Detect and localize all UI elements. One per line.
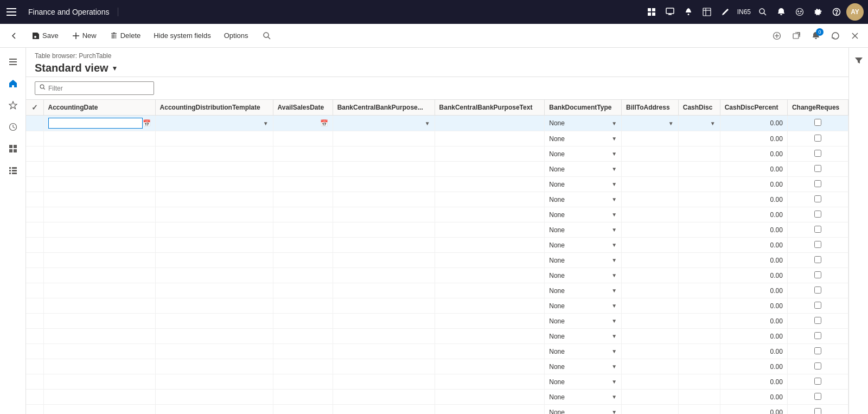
bank-central-purpose-cell[interactable] xyxy=(333,329,435,344)
bill-to-address-cell[interactable] xyxy=(622,359,679,374)
bill-to-address-cell[interactable] xyxy=(622,405,679,415)
cash-disc-cell[interactable] xyxy=(678,177,720,192)
user-avatar[interactable]: AY xyxy=(846,3,864,21)
bank-document-type-cell[interactable]: None▼ xyxy=(545,207,622,222)
bank-document-type-cell[interactable]: None▼ xyxy=(545,238,622,253)
bill-to-address-cell[interactable] xyxy=(622,344,679,359)
accounting-distribution-cell[interactable] xyxy=(155,192,273,207)
change-request-cell[interactable] xyxy=(787,298,848,314)
accounting-date-cell[interactable] xyxy=(43,131,155,147)
avail-sales-date-cell[interactable] xyxy=(273,344,333,359)
delete-button[interactable]: Delete xyxy=(104,27,146,44)
change-request-cell[interactable] xyxy=(787,162,848,177)
cash-disc-cell[interactable] xyxy=(678,207,720,222)
bill-to-address-cell[interactable] xyxy=(622,283,679,298)
avail-sales-date-cell[interactable] xyxy=(273,390,333,405)
bank-central-purpose-text-cell[interactable] xyxy=(435,374,545,390)
new-button[interactable]: New xyxy=(66,27,102,44)
back-button[interactable] xyxy=(4,27,24,44)
change-request-checkbox[interactable] xyxy=(814,226,821,233)
change-request-cell[interactable] xyxy=(787,283,848,298)
bank-central-purpose-text-cell[interactable] xyxy=(435,177,545,192)
accounting-date-cell[interactable] xyxy=(43,329,155,344)
avail-sales-date-cell[interactable]: 📅 xyxy=(273,116,333,131)
bank-central-purpose-text-cell[interactable] xyxy=(435,359,545,374)
bank-central-purpose-text-cell[interactable] xyxy=(435,344,545,359)
change-request-checkbox[interactable] xyxy=(814,135,821,142)
accounting-distribution-cell[interactable]: ▼ xyxy=(155,116,273,131)
bank-document-type-cell[interactable]: None▼ xyxy=(545,116,622,131)
accounting-date-cell[interactable] xyxy=(43,344,155,359)
topbar-search-icon[interactable] xyxy=(754,3,771,21)
bill-to-address-cell[interactable] xyxy=(622,374,679,390)
bank-central-purpose-text-cell[interactable] xyxy=(435,116,545,131)
avail-sales-date-cell[interactable] xyxy=(273,131,333,147)
view-dropdown-arrow[interactable]: ▼ xyxy=(112,65,118,72)
cash-disc-cell[interactable] xyxy=(678,314,720,329)
bank-document-type-cell[interactable]: None▼ xyxy=(545,268,622,283)
change-request-checkbox[interactable] xyxy=(814,195,821,202)
accounting-date-cell[interactable] xyxy=(43,192,155,207)
bank-document-type-cell[interactable]: None▼ xyxy=(545,329,622,344)
cash-disc-cell[interactable] xyxy=(678,298,720,314)
bank-central-purpose-cell[interactable] xyxy=(333,359,435,374)
change-request-checkbox[interactable] xyxy=(814,378,821,385)
change-request-cell[interactable] xyxy=(787,131,848,147)
avail-sales-date-cell[interactable] xyxy=(273,238,333,253)
change-request-cell[interactable] xyxy=(787,207,848,222)
accounting-distribution-cell[interactable] xyxy=(155,344,273,359)
personalize-icon[interactable] xyxy=(768,27,786,44)
accounting-distribution-cell[interactable] xyxy=(155,177,273,192)
bank-central-purpose-text-cell[interactable] xyxy=(435,283,545,298)
accounting-date-cell[interactable] xyxy=(43,298,155,314)
bank-document-type-cell[interactable]: None▼ xyxy=(545,344,622,359)
help-icon[interactable] xyxy=(828,3,845,21)
avail-sales-date-cell[interactable] xyxy=(273,314,333,329)
bank-central-purpose-text-cell[interactable] xyxy=(435,405,545,415)
bank-central-purpose-cell[interactable] xyxy=(333,268,435,283)
accounting-distribution-cell[interactable] xyxy=(155,390,273,405)
accounting-distribution-cell[interactable] xyxy=(155,147,273,162)
bank-central-purpose-text-cell[interactable] xyxy=(435,253,545,268)
bank-document-type-cell[interactable]: None▼ xyxy=(545,131,622,147)
cash-disc-cell[interactable]: ▼ xyxy=(678,116,720,131)
bank-document-type-cell[interactable]: None▼ xyxy=(545,374,622,390)
hide-fields-button[interactable]: Hide system fields xyxy=(148,27,216,44)
change-request-checkbox[interactable] xyxy=(814,332,821,339)
bank-central-purpose-text-cell[interactable] xyxy=(435,390,545,405)
bank-central-purpose-text-cell[interactable] xyxy=(435,268,545,283)
bank-central-purpose-cell[interactable] xyxy=(333,390,435,405)
avail-sales-date-cell[interactable] xyxy=(273,222,333,238)
accounting-date-cell[interactable] xyxy=(43,238,155,253)
change-request-checkbox[interactable] xyxy=(814,165,821,172)
bank-document-type-cell[interactable]: None▼ xyxy=(545,253,622,268)
accounting-date-cell[interactable] xyxy=(43,314,155,329)
bank-document-type-cell[interactable]: None▼ xyxy=(545,162,622,177)
accounting-date-cell[interactable] xyxy=(43,405,155,415)
bank-document-type-cell[interactable]: None▼ xyxy=(545,359,622,374)
col-header-AvailSalesDate[interactable]: AvailSalesDate xyxy=(273,100,333,116)
cash-disc-cell[interactable] xyxy=(678,147,720,162)
accounting-date-cell[interactable] xyxy=(43,268,155,283)
monitor-icon[interactable] xyxy=(661,3,679,21)
accounting-distribution-cell[interactable] xyxy=(155,359,273,374)
cash-disc-cell[interactable] xyxy=(678,405,720,415)
accounting-distribution-cell[interactable] xyxy=(155,207,273,222)
bank-central-purpose-cell[interactable] xyxy=(333,207,435,222)
bank-document-type-cell[interactable]: None▼ xyxy=(545,390,622,405)
accounting-date-cell[interactable] xyxy=(43,253,155,268)
bank-central-purpose-text-cell[interactable] xyxy=(435,192,545,207)
accounting-date-cell[interactable] xyxy=(43,222,155,238)
notification-bell-icon[interactable] xyxy=(773,3,790,21)
bank-document-type-cell[interactable]: None▼ xyxy=(545,147,622,162)
refresh-icon[interactable] xyxy=(827,27,844,44)
bank-document-type-cell[interactable]: None▼ xyxy=(545,177,622,192)
change-request-checkbox[interactable] xyxy=(814,119,821,126)
avail-sales-date-cell[interactable] xyxy=(273,359,333,374)
bank-central-purpose-text-cell[interactable] xyxy=(435,162,545,177)
col-header-AccountingDistributionTemplate[interactable]: AccountingDistributionTemplate xyxy=(155,100,273,116)
change-request-checkbox[interactable] xyxy=(814,302,821,309)
col-header-BankCentralBankPurposeText[interactable]: BankCentralBankPurposeText xyxy=(435,100,545,116)
feedback-icon[interactable] xyxy=(791,3,808,21)
close-icon[interactable] xyxy=(846,27,864,44)
